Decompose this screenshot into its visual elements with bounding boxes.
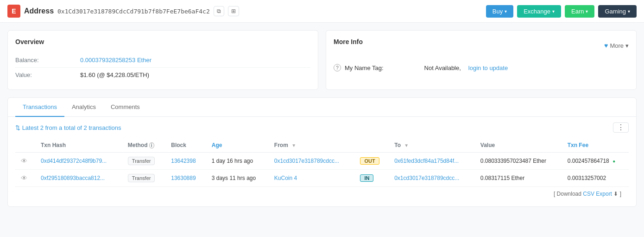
to-cell: 0x61fed3dcf84a175d84f... [389,153,475,170]
hash-cell: 0xd414df29372c48f9b79... [35,153,122,170]
fee-cell: 0.00313257002 [562,170,629,187]
th-from-label: From [274,142,288,148]
login-link[interactable]: login to update [468,64,508,71]
from-address-link[interactable]: KuCoin 4 [274,175,297,181]
more-info-title: More Info [334,38,363,45]
buy-chevron-icon: ▾ [505,9,507,14]
to-cell: 0x1cd3017e318789cdcc... [389,170,475,187]
to-address-link[interactable]: 0x61fed3dcf84a175d84f... [394,158,459,164]
th-to: To ▼ [389,138,475,153]
earn-label: Earn [571,8,584,15]
from-cell: KuCoin 4 [269,170,355,187]
table-header-row: Txn Hash Method i Block Age [15,138,629,153]
fee-green-dot: ● [612,159,615,164]
eye-cell: 👁 [15,153,35,170]
transactions-table: Txn Hash Method i Block Age [15,138,629,187]
exchange-chevron-icon: ▾ [552,9,555,14]
address-label: Address [24,7,54,15]
table-row: 👁 0xf295180893bacca812... Transfer 13630… [15,170,629,187]
buy-button[interactable]: Buy ▾ [486,5,513,18]
table-body: 👁 0xd414df29372c48f9b79... Transfer 1364… [15,153,629,187]
value-row: Value: $1.60 (@ $4,228.05/ETH) [15,68,310,82]
age-value: 3 days 11 hrs ago [212,175,256,181]
csv-prefix: [ Download [554,191,581,197]
tab-analytics-label: Analytics [72,103,96,110]
top-nav: E Address 0x1Cd3017e318789CdcCd791b7f8b7… [0,0,644,23]
age-value: 1 day 16 hrs ago [212,158,253,164]
gaming-label: Gaming [605,8,626,15]
cards-row: Overview Balance: 0.000379328258253 Ethe… [7,30,637,90]
method-info-icon[interactable]: i [149,142,154,148]
csv-section: [ Download CSV Export ⬇ ] [15,187,629,201]
block-cell: 13642398 [165,153,206,170]
th-txn-hash-label: Txn Hash [41,142,66,148]
more-dropdown-button[interactable]: ♥ More ▾ [604,42,629,49]
qr-code-button[interactable]: ⊞ [228,6,239,16]
copy-address-button[interactable]: ⧉ [214,6,224,16]
direction-badge: OUT [360,157,379,165]
age-cell: 1 day 16 hrs ago [206,153,269,170]
to-filter-icon[interactable]: ▼ [404,143,409,148]
th-txn-hash: Txn Hash [35,138,122,153]
from-filter-icon[interactable]: ▼ [291,143,296,148]
block-link[interactable]: 13630889 [171,175,196,181]
th-from: From ▼ [269,138,355,153]
block-link[interactable]: 13642398 [171,158,196,164]
name-tag-row: ? My Name Tag: Not Available, login to u… [334,60,629,75]
tx-hash-link[interactable]: 0xd414df29372c48f9b79... [41,158,107,164]
th-value: Value [475,138,562,153]
info-circle-icon[interactable]: ? [334,64,341,71]
exchange-button[interactable]: Exchange ▾ [517,5,561,18]
th-txn-fee[interactable]: Txn Fee [562,138,629,153]
table-summary: ⇅ Latest 2 from a total of 2 transaction… [15,122,629,133]
value-label: Value: [15,71,80,78]
eye-icon[interactable]: 👁 [21,157,27,165]
table-head: Txn Hash Method i Block Age [15,138,629,153]
csv-suffix: ] [620,191,621,197]
balance-label: Balance: [15,57,80,64]
tx-hash-link[interactable]: 0xf295180893bacca812... [41,175,105,181]
block-cell: 13630889 [165,170,206,187]
more-label: More [610,42,624,49]
th-age-label: Age [212,142,222,148]
eye-icon[interactable]: 👁 [21,174,27,182]
tab-analytics[interactable]: Analytics [64,98,103,117]
age-cell: 3 days 11 hrs ago [206,170,269,187]
th-age[interactable]: Age [206,138,269,153]
three-dots-button[interactable]: ⋮ [613,122,629,133]
method-badge: Transfer [128,157,155,165]
tx-value: 0.080333957023487 Ether [480,158,546,164]
direction-cell: IN [354,170,389,187]
th-txn-fee-label: Txn Fee [568,142,588,148]
from-address-link[interactable]: 0x1cd3017e318789cdcc... [274,158,339,164]
gaming-chevron-icon: ▾ [628,9,630,14]
earn-button[interactable]: Earn ▾ [565,5,594,18]
balance-row: Balance: 0.000379328258253 Ether [15,53,310,68]
csv-export-link[interactable]: CSV Export [583,191,612,197]
summary-text: ⇅ Latest 2 from a total of 2 transaction… [15,124,121,131]
direction-cell: OUT [354,153,389,170]
gaming-button[interactable]: Gaming ▾ [598,5,637,18]
to-address-link[interactable]: 0x1cd3017e318789cdcc... [394,175,459,181]
not-available-text: Not Available, [424,64,461,71]
th-value-label: Value [480,142,495,148]
tab-transactions[interactable]: Transactions [15,98,64,117]
value-cell: 0.080333957023487 Ether [475,153,562,170]
tx-fee: 0.00313257002 [568,175,606,181]
logo-icon: E [7,5,20,18]
tab-comments[interactable]: Comments [103,98,147,117]
th-method: Method i [122,138,165,153]
table-section: ⇅ Latest 2 from a total of 2 transaction… [8,117,636,206]
heart-icon: ♥ [604,42,608,49]
th-block-label: Block [171,142,186,148]
tab-comments-label: Comments [111,103,140,110]
table-row: 👁 0xd414df29372c48f9b79... Transfer 1364… [15,153,629,170]
tx-value: 0.08317115 Ether [480,175,524,181]
value-cell: 0.08317115 Ether [475,170,562,187]
more-info-card: More Info ♥ More ▾ ? My Name Tag: Not Av… [326,30,637,90]
th-method-label: Method [128,142,148,148]
more-chevron-icon: ▾ [625,42,629,49]
summary-prefix: Latest 2 from a total of [22,124,82,131]
th-eye [15,138,35,153]
direction-badge: IN [360,174,373,182]
